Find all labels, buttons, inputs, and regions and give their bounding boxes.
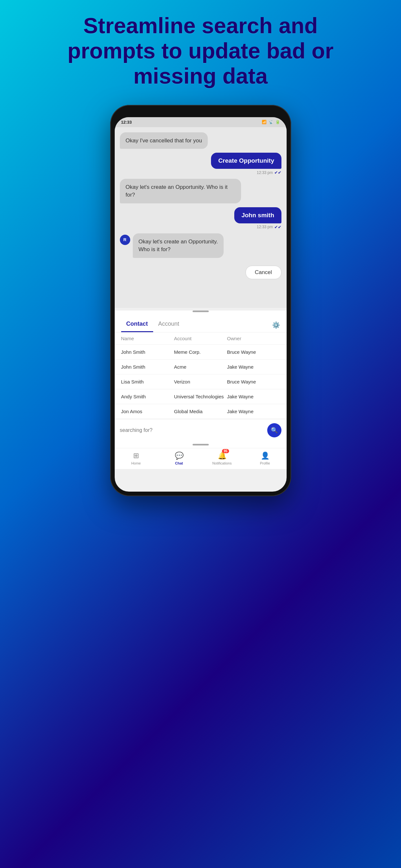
table-row[interactable]: Andy Smith Universal Technologies Jake W…	[115, 389, 287, 404]
nav-profile-label: Profile	[260, 461, 270, 465]
nav-chat[interactable]: 💬 Chat	[158, 452, 201, 465]
bottom-panel: Contact Account ⚙️ Name Account Owner Jo…	[115, 311, 287, 469]
table-header: Name Account Owner	[115, 333, 287, 345]
cell-account-2: Verizon	[174, 379, 227, 384]
page-headline: Streamline search and prompts to update …	[55, 13, 346, 89]
signal-icon: 📡	[268, 120, 274, 124]
cell-name-1: John Smith	[121, 364, 174, 370]
cell-owner-4: Jake Wayne	[227, 409, 280, 414]
cell-owner-0: Bruce Wayne	[227, 349, 280, 355]
cell-name-4: Jon Amos	[121, 409, 174, 414]
col-account-header: Account	[174, 336, 227, 341]
chat-bubble-left-2: Okay let's create an Opportunity. Who is…	[120, 179, 282, 207]
search-bar: 🔍	[115, 419, 287, 441]
phone-screen: 12:33 📶 📡 🔋 Okay I've cancelled that for…	[115, 117, 287, 492]
bubble-right-wrapper-1: Create Opportunity 12:33 pm ✔✔	[120, 153, 282, 175]
drag-handle	[193, 311, 209, 312]
cell-account-0: Meme Corp.	[174, 349, 227, 355]
notification-badge: 95	[222, 449, 229, 453]
chat-icon: 💬	[175, 452, 183, 460]
table-row[interactable]: John Smith Acme Jake Wayne	[115, 360, 287, 374]
tab-account[interactable]: Account	[153, 318, 184, 332]
cell-name-3: Andy Smith	[121, 394, 174, 399]
tab-contact[interactable]: Contact	[121, 318, 153, 332]
bubble-time-2: 12:33 pm ✔✔	[257, 225, 281, 229]
cell-account-3: Universal Technologies	[174, 394, 227, 399]
wifi-icon: 📶	[262, 120, 266, 124]
notification-wrapper: 🔔 95	[218, 452, 227, 460]
nav-notifications-label: Notifications	[212, 461, 232, 465]
table-row[interactable]: John Smith Meme Corp. Bruce Wayne	[115, 345, 287, 360]
john-smith-bubble: John smith	[234, 207, 281, 223]
status-icons: 📶 📡 🔋	[262, 120, 280, 124]
filter-icon[interactable]: ⚙️	[272, 321, 280, 329]
nav-home[interactable]: ⊞ Home	[115, 452, 158, 465]
cell-account-1: Acme	[174, 364, 227, 370]
battery-icon: 🔋	[275, 120, 280, 124]
bubble-left-text-3: Okay let's create an Opportunity. Who is…	[133, 234, 224, 258]
status-bar: 12:33 📶 📡 🔋	[115, 117, 287, 127]
bubble-right-wrapper-2: John smith 12:33 pm ✔✔	[120, 207, 282, 229]
avatar-row: R Okay let's create an Opportunity. Who …	[120, 234, 282, 262]
search-icon: 🔍	[271, 427, 278, 434]
nav-chat-label: Chat	[175, 461, 183, 465]
bottom-nav: ⊞ Home 💬 Chat 🔔 95 Notifications 👤 Pr	[115, 448, 287, 469]
cell-owner-1: Jake Wayne	[227, 364, 280, 370]
bubble-left-text-2: Okay let's create an Opportunity. Who is…	[120, 179, 241, 204]
profile-icon: 👤	[261, 452, 269, 460]
col-owner-header: Owner	[227, 336, 280, 341]
nav-home-label: Home	[131, 461, 141, 465]
drag-handle-2	[193, 444, 209, 445]
table-row[interactable]: Lisa Smith Verizon Bruce Wayne	[115, 374, 287, 389]
status-time: 12:33	[121, 120, 132, 125]
phone-mockup: 12:33 📶 📡 🔋 Okay I've cancelled that for…	[110, 105, 291, 496]
cell-owner-3: Jake Wayne	[227, 394, 280, 399]
home-icon: ⊞	[133, 452, 139, 460]
cell-name-2: Lisa Smith	[121, 379, 174, 384]
create-opportunity-bubble: Create Opportunity	[211, 153, 281, 169]
check-icon-2: ✔✔	[274, 225, 282, 229]
phone-notch	[181, 111, 220, 115]
bubble-time-1: 12:33 pm ✔✔	[257, 170, 281, 175]
check-icon-1: ✔✔	[274, 170, 282, 175]
search-input[interactable]	[120, 427, 264, 433]
search-button[interactable]: 🔍	[267, 423, 282, 437]
avatar: R	[120, 235, 130, 245]
chat-bubble-left-1: Okay I've cancelled that for you	[120, 132, 282, 153]
nav-notifications[interactable]: 🔔 95 Notifications	[201, 452, 244, 465]
col-name-header: Name	[121, 336, 174, 341]
bubble-left-text-1: Okay I've cancelled that for you	[120, 132, 208, 149]
cell-account-4: Global Media	[174, 409, 227, 414]
chat-area: Okay I've cancelled that for you Create …	[115, 127, 287, 308]
cell-owner-2: Bruce Wayne	[227, 379, 280, 384]
cancel-btn-row: Cancel	[120, 266, 282, 279]
tabs-row: Contact Account ⚙️	[115, 315, 287, 333]
cancel-button[interactable]: Cancel	[246, 266, 282, 279]
nav-profile[interactable]: 👤 Profile	[244, 452, 287, 465]
table-row[interactable]: Jon Amos Global Media Jake Wayne	[115, 404, 287, 419]
cell-name-0: John Smith	[121, 349, 174, 355]
